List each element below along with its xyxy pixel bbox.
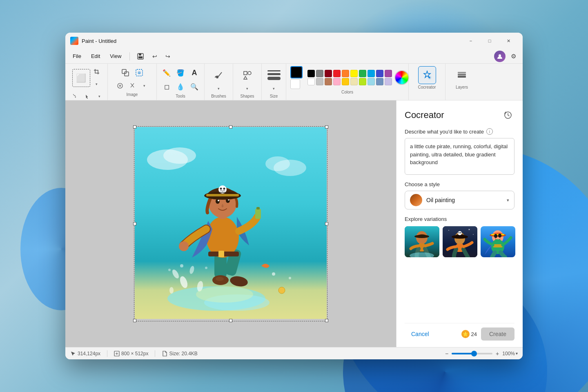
handle-top-left[interactable]	[133, 125, 136, 129]
colors-main	[290, 66, 404, 89]
history-button[interactable]	[501, 109, 514, 122]
eyedropper-button[interactable]: 💧	[174, 80, 187, 93]
close-button[interactable]: ✕	[499, 35, 518, 47]
color-picker-button[interactable]	[394, 70, 409, 85]
cocreator-button[interactable]	[418, 66, 436, 84]
color-white[interactable]	[307, 78, 315, 85]
color-yellow[interactable]	[350, 70, 358, 77]
pencil-button[interactable]: ✏️	[160, 66, 173, 79]
zoom-in-button[interactable]: +	[496, 350, 499, 357]
handle-middle-left[interactable]	[133, 222, 136, 225]
eraser-button[interactable]: ◻	[160, 80, 173, 93]
color-lime[interactable]	[359, 78, 366, 85]
flip-button[interactable]	[127, 80, 138, 91]
color1-swatch[interactable]	[290, 66, 303, 78]
color-red[interactable]	[333, 70, 341, 77]
handle-top-right[interactable]	[325, 125, 328, 129]
magnify-button[interactable]: 🔍	[188, 80, 201, 93]
handle-bottom-right[interactable]	[325, 319, 328, 322]
selection-main-button[interactable]: ⬜	[72, 69, 90, 87]
color-sky[interactable]	[368, 78, 375, 85]
color-purple[interactable]	[385, 70, 392, 77]
erase-bg-button[interactable]	[114, 80, 126, 91]
size-thin[interactable]	[267, 70, 281, 71]
svg-rect-5	[125, 72, 129, 76]
color-blue[interactable]	[376, 70, 383, 77]
minimize-button[interactable]: −	[461, 35, 480, 47]
color2-swatch[interactable]	[290, 79, 300, 89]
color-gray[interactable]	[316, 70, 323, 77]
color-cyan[interactable]	[368, 70, 375, 77]
handle-middle-right[interactable]	[325, 222, 328, 225]
redo-button[interactable]: ↪	[162, 50, 174, 62]
cursor-position: 314,124px	[70, 351, 100, 356]
color-light-gray[interactable]	[316, 78, 323, 85]
size-medium[interactable]	[267, 73, 281, 75]
size-thick[interactable]	[267, 77, 281, 80]
credits-area: ⭐ 24	[461, 330, 477, 338]
color-green[interactable]	[359, 70, 366, 77]
panel-footer: Cancel ⭐ 24 Create	[405, 323, 514, 341]
save-button[interactable]	[134, 50, 147, 63]
edit-menu[interactable]: Edit	[87, 51, 104, 62]
canvas-size-icon	[114, 351, 120, 356]
variation-3[interactable]	[481, 226, 515, 257]
color-dark-red[interactable]	[325, 70, 332, 77]
size-chevron[interactable]: ▾	[268, 84, 280, 93]
variation-1[interactable]	[405, 226, 439, 257]
shapes-icon	[243, 70, 252, 80]
shapes-main-button[interactable]	[238, 66, 256, 84]
style-dropdown[interactable]: Oil painting ▾	[405, 191, 514, 209]
variation-2[interactable]	[443, 226, 477, 257]
resize-button[interactable]	[119, 66, 132, 79]
brush-main-button[interactable]	[210, 66, 228, 84]
status-divider-1	[107, 350, 107, 357]
svg-point-10	[216, 76, 218, 78]
text-button[interactable]: A	[188, 66, 201, 79]
info-icon[interactable]: i	[486, 128, 493, 135]
svg-text:AI: AI	[138, 72, 140, 74]
brushes-chevron[interactable]: ▾	[213, 84, 225, 93]
cocreator-icon	[421, 69, 433, 81]
selection-dropdown[interactable]: ▾	[91, 78, 102, 90]
handle-bottom-left[interactable]	[133, 319, 136, 322]
zoom-out-button[interactable]: −	[445, 350, 448, 357]
color-brown[interactable]	[325, 78, 332, 85]
shapes-chevron[interactable]: ▾	[242, 84, 253, 93]
selection-section: ⬜ ▾	[67, 64, 108, 100]
crop-button[interactable]	[91, 66, 102, 78]
style-selected: Oil painting	[426, 197, 503, 203]
color-pink[interactable]	[333, 78, 341, 85]
settings-button[interactable]: ⚙	[507, 50, 519, 62]
layers-button[interactable]	[453, 66, 471, 84]
fill-button[interactable]: 🪣	[174, 66, 187, 79]
color-black[interactable]	[307, 70, 315, 77]
flip-chevron[interactable]: ▾	[139, 80, 150, 91]
ai-select-button[interactable]: AI	[133, 66, 146, 79]
color-orange[interactable]	[342, 70, 349, 77]
prompt-textarea[interactable]: a little cute pirate, running, colorful,…	[405, 138, 514, 175]
erase-bg-icon	[117, 82, 123, 89]
undo-button[interactable]: ↩	[149, 50, 161, 62]
svg-rect-2	[138, 56, 143, 58]
tools-section: ✏️ 🪣 A ◻ 💧 🔍 Tools	[157, 64, 205, 100]
tools-row1: ✏️ 🪣 A	[160, 66, 201, 79]
cancel-button[interactable]: Cancel	[405, 327, 436, 341]
zoom-slider[interactable]	[452, 353, 492, 354]
cursor-pos-text: 314,124px	[78, 351, 100, 356]
color-gold[interactable]	[342, 78, 349, 85]
file-menu[interactable]: File	[69, 51, 85, 62]
handle-top-center[interactable]	[229, 125, 232, 129]
color-lavender[interactable]	[385, 78, 392, 85]
canvas-image[interactable]	[135, 127, 327, 319]
color-steel-blue[interactable]	[376, 78, 383, 85]
handle-bottom-center[interactable]	[229, 319, 232, 322]
canvas-container[interactable]	[65, 100, 396, 347]
view-menu[interactable]: View	[106, 51, 125, 62]
zoom-level-dropdown[interactable]: ▾	[516, 351, 518, 356]
color-beige[interactable]	[350, 78, 358, 85]
create-button[interactable]: Create	[481, 327, 514, 341]
maximize-button[interactable]: □	[480, 35, 499, 47]
profile-icon[interactable]	[494, 51, 506, 62]
image-row1: AI	[119, 66, 146, 79]
